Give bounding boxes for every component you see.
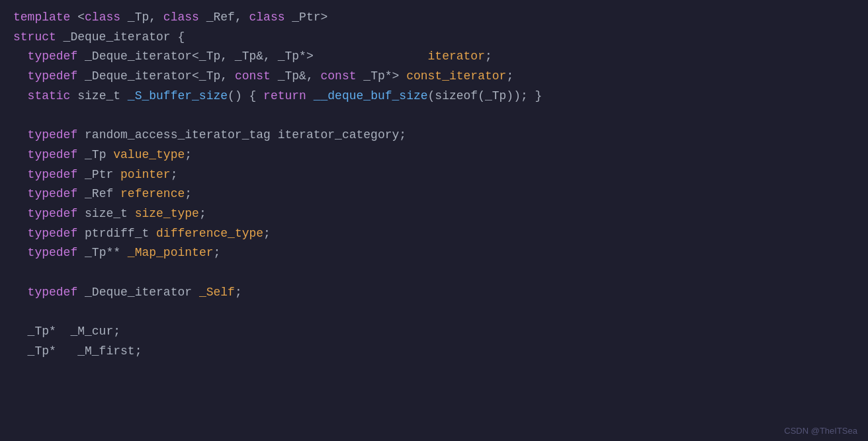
code-line-5: static size_t _S_buffer_size() { return … <box>13 87 855 106</box>
code-text: ; <box>506 67 513 87</box>
code-text: _Deque_iterator<_Tp, <box>77 67 235 87</box>
keyword-const2: const <box>321 67 357 87</box>
code-text <box>13 87 28 106</box>
code-line-7: typedef random_access_iterator_tag itera… <box>13 126 855 145</box>
code-text <box>13 184 28 204</box>
code-text: _Tp* _M_cur; <box>13 322 120 342</box>
keyword-class: class <box>249 8 285 28</box>
code-text <box>13 145 28 165</box>
code-text: size_t <box>77 204 134 224</box>
code-line-2: struct _Deque_iterator { <box>13 28 855 48</box>
code-text: _Deque_iterator { <box>56 28 185 48</box>
keyword-typedef: typedef <box>28 47 78 67</box>
code-text: _Tp** <box>77 243 128 263</box>
code-text: () { <box>228 87 263 106</box>
code-text: (sizeof(_Tp)); } <box>428 87 542 106</box>
code-text: < <box>70 8 85 28</box>
keyword-typedef: typedef <box>28 184 78 204</box>
code-line-13: typedef _Tp** _Map_pointer; <box>13 243 855 263</box>
code-text: _Ref, <box>199 8 249 28</box>
type-self: _Self <box>199 283 235 303</box>
code-text <box>13 67 28 87</box>
code-text: ; <box>263 224 271 244</box>
code-text <box>13 47 28 67</box>
keyword-template: template <box>13 8 70 28</box>
code-text: ; <box>199 204 206 224</box>
code-text: ; <box>213 243 220 263</box>
code-text: _Deque_iterator <box>77 283 199 303</box>
code-line-14 <box>13 263 855 283</box>
code-text: _Ptr> <box>285 8 328 28</box>
keyword-typedef: typedef <box>28 243 78 263</box>
type-const-iterator: const_iterator <box>406 67 506 87</box>
code-line-12: typedef ptrdiff_t difference_type; <box>13 224 855 244</box>
code-text: size_t <box>70 87 127 106</box>
keyword-typedef: typedef <box>28 165 78 185</box>
code-line-3: typedef _Deque_iterator<_Tp, _Tp&, _Tp*>… <box>13 47 855 67</box>
code-text: _Ptr <box>77 165 120 185</box>
code-line-4: typedef _Deque_iterator<_Tp, const _Tp&,… <box>13 67 855 87</box>
type-reference: reference <box>120 184 185 204</box>
code-viewer: template <class _Tp, class _Ref, class _… <box>0 0 868 441</box>
code-line-18: _Tp* _M_first; <box>13 342 855 362</box>
code-text: _Tp <box>77 145 113 165</box>
keyword-return: return <box>263 87 306 106</box>
code-line-10: typedef _Ref reference; <box>13 184 855 204</box>
code-text: random_access_iterator_tag iterator_cate… <box>77 126 406 145</box>
type-difference-type: difference_type <box>156 224 263 244</box>
code-line-6 <box>13 106 855 126</box>
code-line-11: typedef size_t size_type; <box>13 204 855 224</box>
type-pointer: pointer <box>120 165 171 185</box>
code-line-16 <box>13 302 855 322</box>
keyword-typedef: typedef <box>28 224 78 244</box>
code-text <box>13 165 28 185</box>
type-iterator: iterator <box>428 47 485 67</box>
code-line-15: typedef _Deque_iterator _Self; <box>13 283 855 303</box>
keyword-static: static <box>28 87 71 106</box>
code-text <box>306 87 314 106</box>
type-map-pointer: _Map_pointer <box>128 243 214 263</box>
code-line-17: _Tp* _M_cur; <box>13 322 855 342</box>
code-text: ; <box>235 283 242 303</box>
func-s-buffer-size: _S_buffer_size <box>128 87 228 106</box>
type-size-type: size_type <box>135 204 199 224</box>
code-line-8: typedef _Tp value_type; <box>13 145 855 165</box>
keyword-class: class <box>163 8 199 28</box>
keyword-typedef: typedef <box>28 145 78 165</box>
keyword-typedef: typedef <box>28 126 78 145</box>
watermark: CSDN @TheITSea <box>784 426 857 436</box>
code-text: ptrdiff_t <box>77 224 156 244</box>
code-text: _Deque_iterator<_Tp, _Tp&, _Tp*> <box>77 47 427 67</box>
code-text <box>13 224 28 244</box>
code-text: _Ref <box>77 184 120 204</box>
code-text: _Tp*> <box>357 67 407 87</box>
code-text <box>13 243 28 263</box>
code-text: _Tp, <box>120 8 163 28</box>
code-text <box>13 126 28 145</box>
code-text <box>13 283 28 303</box>
keyword-typedef: typedef <box>28 204 78 224</box>
func-deque-buf-size: __deque_buf_size <box>314 87 428 106</box>
code-text: _Tp* _M_first; <box>13 342 142 362</box>
keyword-typedef: typedef <box>28 67 78 87</box>
keyword-class: class <box>85 8 120 28</box>
type-value-type: value_type <box>113 145 185 165</box>
code-text: _Tp&, <box>271 67 321 87</box>
code-text: ; <box>185 184 192 204</box>
code-text <box>13 204 28 224</box>
code-line-9: typedef _Ptr pointer; <box>13 165 855 185</box>
code-line-1: template <class _Tp, class _Ref, class _… <box>13 8 855 28</box>
keyword-struct: struct <box>13 28 56 48</box>
keyword-const: const <box>235 67 271 87</box>
code-text: ; <box>485 47 492 67</box>
code-block: template <class _Tp, class _Ref, class _… <box>13 8 855 361</box>
keyword-typedef: typedef <box>28 283 78 303</box>
code-text: ; <box>185 145 192 165</box>
code-text: ; <box>171 165 178 185</box>
